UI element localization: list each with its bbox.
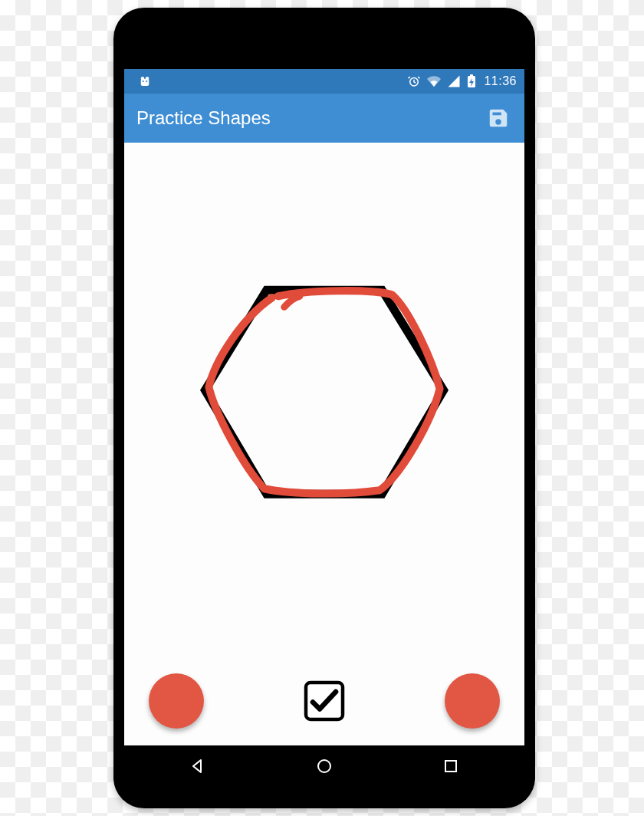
svg-point-9 (318, 760, 330, 772)
app-bar: Practice Shapes (124, 94, 524, 143)
fab-row (124, 673, 524, 729)
drawing-canvas[interactable] (124, 143, 524, 745)
checkmark-icon (124, 673, 524, 729)
home-icon (315, 757, 334, 775)
android-status-bar: 11:36 (124, 69, 524, 94)
status-time: 11:36 (484, 74, 517, 88)
alarm-icon (407, 74, 421, 88)
shape-svg (124, 143, 524, 745)
phone-frame: 11:36 Practice Shapes (113, 8, 535, 808)
nav-back-button[interactable] (175, 751, 221, 781)
signal-icon (447, 74, 461, 88)
svg-point-3 (143, 81, 144, 82)
phone-inner: 11:36 Practice Shapes (124, 18, 524, 798)
nav-home-button[interactable] (301, 751, 347, 781)
svg-rect-2 (141, 79, 150, 86)
svg-rect-7 (470, 74, 473, 77)
done-button[interactable] (445, 673, 500, 729)
back-icon (189, 757, 207, 775)
wifi-icon (427, 74, 441, 88)
svg-rect-10 (445, 761, 456, 772)
app-title: Practice Shapes (136, 107, 485, 129)
save-icon (487, 107, 510, 130)
battery-charging-icon (467, 74, 476, 88)
screen: 11:36 Practice Shapes (124, 69, 524, 745)
android-nav-bar (135, 745, 514, 787)
recents-icon (442, 757, 460, 775)
save-button[interactable] (485, 104, 512, 132)
svg-point-4 (146, 81, 147, 82)
marshmallow-icon (138, 74, 152, 88)
nav-recents-button[interactable] (428, 751, 474, 781)
